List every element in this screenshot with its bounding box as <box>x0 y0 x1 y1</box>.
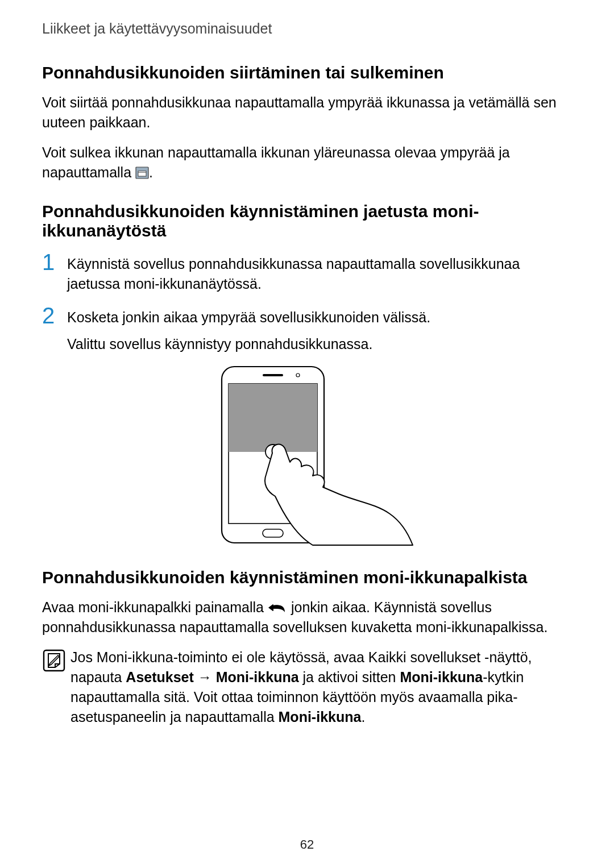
step-2-line1: Kosketa jonkin aikaa ympyrää sovellusikk… <box>67 308 430 327</box>
back-icon <box>268 600 287 613</box>
step-number-1: 1 <box>42 251 67 273</box>
section2-heading: Ponnahdusikkunoiden käynnistäminen jaetu… <box>42 202 572 240</box>
page-header: Liikkeet ja käytettävyysominaisuudet <box>42 20 572 37</box>
page-number: 62 <box>0 837 614 852</box>
note-bold-asetukset: Asetukset <box>126 669 194 685</box>
svg-rect-1 <box>138 171 146 176</box>
svg-rect-7 <box>229 384 317 452</box>
note-bold-moni3: Moni-ikkuna <box>279 709 362 725</box>
note-mid1: ja aktivoi sitten <box>299 669 400 685</box>
figure-touch-circle <box>42 364 572 546</box>
step-2-line2: Valittu sovellus käynnistyy ponnahdusikk… <box>67 334 430 354</box>
svg-rect-4 <box>263 374 283 376</box>
step-1: 1 Käynnistä sovellus ponnahdusikkunassa … <box>42 251 572 294</box>
note-post: . <box>361 709 365 725</box>
section1-paragraph2: Voit sulkea ikkunan napauttamalla ikkuna… <box>42 143 572 182</box>
section1-p2-pre: Voit sulkea ikkunan napauttamalla ikkuna… <box>42 144 510 180</box>
note-bold-moni1: Moni-ikkuna <box>216 669 299 685</box>
note-icon <box>42 665 66 674</box>
close-window-icon <box>135 165 149 178</box>
section1-paragraph1: Voit siirtää ponnahdusikkunaa napauttama… <box>42 93 572 132</box>
section3-paragraph1: Avaa moni-ikkunapalkki painamalla jonkin… <box>42 597 572 637</box>
step-2: 2 Kosketa jonkin aikaa ympyrää sovellusi… <box>42 304 572 354</box>
step-number-2: 2 <box>42 304 67 327</box>
step-1-text: Käynnistä sovellus ponnahdusikkunassa na… <box>67 251 572 294</box>
section3-p1-pre: Avaa moni-ikkunapalkki painamalla <box>42 599 268 615</box>
note-block: Jos Moni-ikkuna-toiminto ei ole käytössä… <box>42 647 572 727</box>
note-bold-moni2: Moni-ikkuna <box>400 669 483 685</box>
section1-heading: Ponnahdusikkunoiden siirtäminen tai sulk… <box>42 63 572 82</box>
section3-heading: Ponnahdusikkunoiden käynnistäminen moni-… <box>42 568 572 587</box>
note-arrow: → <box>194 669 216 685</box>
note-text: Jos Moni-ikkuna-toiminto ei ole käytössä… <box>70 647 572 727</box>
section1-p2-post: . <box>149 164 153 180</box>
